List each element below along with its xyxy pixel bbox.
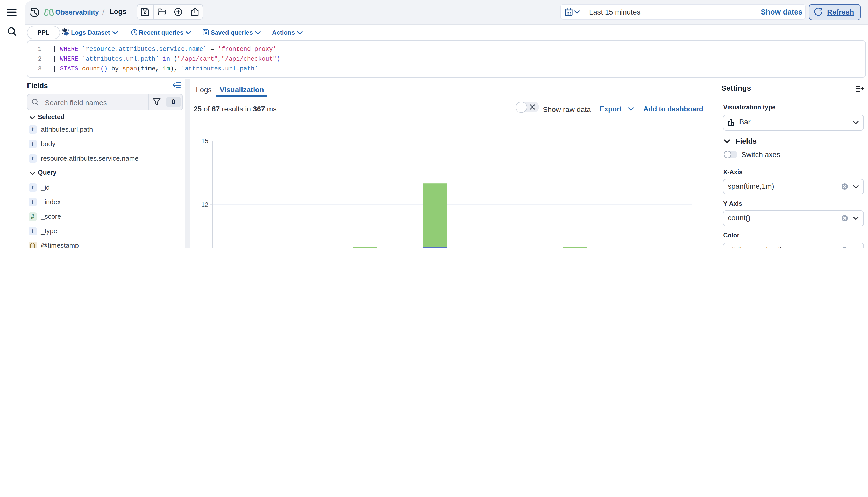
svg-text:12: 12 xyxy=(201,201,208,208)
svg-text:15: 15 xyxy=(201,137,208,144)
